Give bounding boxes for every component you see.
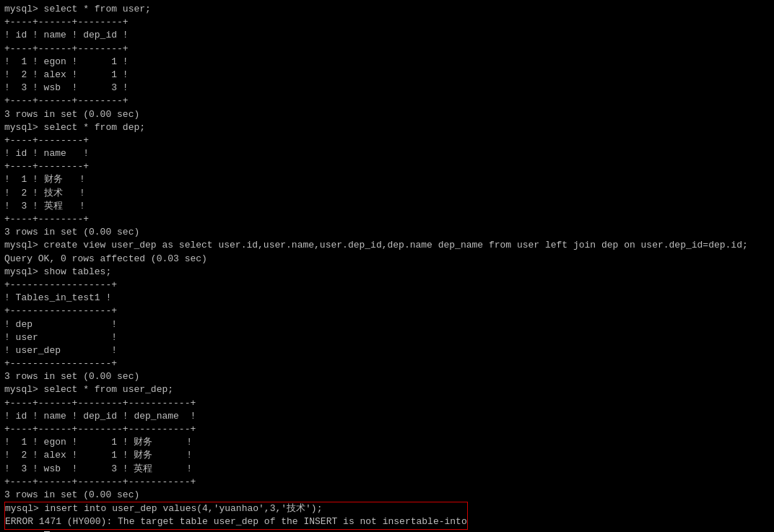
terminal-line: ! 3 ! wsb ! 3 ! 英程 ! — [4, 463, 770, 476]
terminal-line: ! Tables_in_test1 ! — [4, 292, 770, 305]
terminal-line: +------------------+ — [4, 357, 770, 370]
terminal-line: mysql> show tables; — [4, 266, 770, 279]
terminal-line: +----+------+--------+-----------+ — [4, 397, 770, 410]
terminal-line: ! 1 ! egon ! 1 ! 财务 ! — [4, 436, 770, 449]
terminal-line: 3 rows in set (0.00 sec) — [4, 489, 770, 502]
terminal-line: +----+------+--------+ — [4, 16, 770, 29]
terminal-line: ! 1 ! egon ! 1 ! — [4, 56, 770, 69]
terminal-line: ! 3 ! 英程 ! — [4, 200, 770, 213]
terminal-line-insert: mysql> insert into user_dep values(4,'yu… — [5, 502, 467, 515]
terminal-line: +----+------+--------+ — [4, 95, 770, 108]
terminal-line: ! 2 ! 技术 ! — [4, 187, 770, 200]
terminal-line: +------------------+ — [4, 305, 770, 318]
terminal-line: ! id ! name ! dep_id ! dep_name ! — [4, 410, 770, 423]
terminal-line-error: ERROR 1471 (HY000): The target table use… — [5, 515, 467, 528]
terminal-line: ! dep ! — [4, 318, 770, 331]
terminal-line: +----+------+--------+-----------+ — [4, 476, 770, 489]
terminal-line: ! id ! name ! — [4, 147, 770, 160]
terminal-line: mysql> select * from user; — [4, 3, 770, 16]
terminal-line: ! 2 ! alex ! 1 ! — [4, 69, 770, 82]
terminal-window: mysql> select * from user; +----+------+… — [0, 0, 774, 532]
terminal-line: 3 rows in set (0.00 sec) — [4, 370, 770, 383]
terminal-line: 3 rows in set (0.00 sec) — [4, 108, 770, 121]
terminal-line: 3 rows in set (0.00 sec) — [4, 226, 770, 239]
terminal-line: mysql> — [4, 530, 770, 533]
terminal-line: Query OK, 0 rows affected (0.03 sec) — [4, 253, 770, 266]
terminal-line: mysql> create view user_dep as select us… — [4, 239, 770, 252]
terminal-line: mysql> select * from dep; — [4, 121, 770, 134]
terminal-line: +------------------+ — [4, 279, 770, 292]
terminal-line: +----+------+--------+ — [4, 43, 770, 56]
terminal-line: +----+--------+ — [4, 134, 770, 147]
terminal-line: +----+------+--------+-----------+ — [4, 423, 770, 436]
terminal-line: ! 3 ! wsb ! 3 ! — [4, 82, 770, 95]
terminal-line: mysql> select * from user_dep; — [4, 383, 770, 396]
terminal-line: ! id ! name ! dep_id ! — [4, 29, 770, 42]
terminal-line: +----+--------+ — [4, 213, 770, 226]
terminal-line: ! user_dep ! — [4, 344, 770, 357]
terminal-line: ! user ! — [4, 331, 770, 344]
error-box: mysql> insert into user_dep values(4,'yu… — [4, 502, 468, 529]
terminal-line: ! 2 ! alex ! 1 ! 财务 ! — [4, 449, 770, 462]
terminal-line: +----+--------+ — [4, 160, 770, 173]
terminal-line: ! 1 ! 财务 ! — [4, 173, 770, 186]
